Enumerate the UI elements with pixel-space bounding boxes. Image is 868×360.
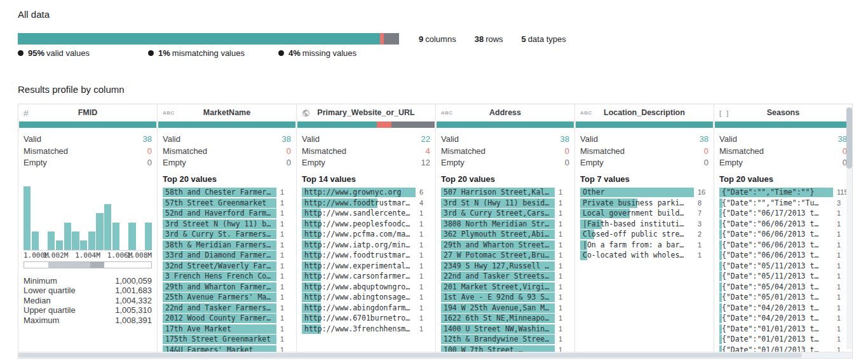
- missing-segment[interactable]: [384, 33, 399, 45]
- valid-segment[interactable]: [18, 33, 380, 45]
- value-row[interactable]: 3rd & Curry Street,Cars…1: [441, 209, 574, 219]
- column-header-Location_Description[interactable]: ABCLocation_Description: [575, 104, 714, 121]
- valid-segment[interactable]: [158, 121, 295, 128]
- range-slider-segment[interactable]: [48, 262, 90, 268]
- value-row[interactable]: http://www.abingtonsage…1: [302, 293, 435, 303]
- value-row[interactable]: {"Date":"06/06/2013 t…1: [719, 230, 852, 240]
- value-row[interactable]: {"Date":"01/01/2013 t…1: [719, 335, 852, 345]
- histogram-bar[interactable]: [88, 232, 95, 250]
- column-quality-bar[interactable]: [297, 121, 435, 128]
- stat-empty[interactable]: Empty0: [441, 157, 569, 169]
- value-row[interactable]: 1622 6th St NE,Minneapo…1: [441, 314, 574, 324]
- vertical-scrollbar[interactable]: [846, 107, 852, 349]
- stat-valid[interactable]: Valid38: [580, 134, 709, 146]
- value-row[interactable]: 362 Plymouth Street,Abi…1: [441, 230, 574, 240]
- value-row[interactable]: http://www.3frenchhensm…1: [302, 324, 435, 335]
- valid-segment[interactable]: [576, 121, 713, 128]
- value-row[interactable]: http://www.iatp.org/min…1: [302, 240, 435, 251]
- value-row[interactable]: {"Date":"05/04/2013 t…1: [719, 282, 852, 293]
- value-row[interactable]: {"Date":"05/11/2013 t…1: [719, 272, 852, 282]
- value-row[interactable]: 22nd and Tasker Farmers…1: [163, 303, 296, 314]
- value-row[interactable]: {"Date":"01/01/2013 t…1: [719, 345, 852, 352]
- stat-valid[interactable]: Valid38: [441, 134, 569, 146]
- histogram-bar[interactable]: [64, 223, 71, 250]
- value-row[interactable]: http://www.experimental…1: [302, 261, 435, 272]
- histogram-range-slider[interactable]: [24, 261, 152, 268]
- value-row[interactable]: {"Date":"01/01/2013 t…1: [719, 324, 852, 335]
- stat-empty[interactable]: Empty0: [580, 157, 709, 169]
- value-row[interactable]: {"Date":"04/20/2013 t…1: [719, 314, 852, 324]
- value-row[interactable]: 3rd St N (Hwy 11) besid…1: [441, 198, 574, 209]
- value-row[interactable]: 2349 S Hwy 127,Russell …1: [441, 261, 574, 272]
- stat-mismatched[interactable]: Mismatched4: [302, 146, 430, 158]
- value-row[interactable]: {"Date":"05/01/2013 t…1: [719, 293, 852, 303]
- value-row[interactable]: {"Date":"","Time":""}115: [719, 188, 852, 198]
- column-header-Address[interactable]: ABCAddress: [436, 104, 574, 121]
- horizontal-scrollbar[interactable]: [18, 352, 852, 358]
- stat-mismatched[interactable]: Mismatched0: [24, 146, 152, 158]
- stat-mismatched[interactable]: Mismatched0: [580, 146, 709, 158]
- histogram-bar[interactable]: [128, 223, 135, 250]
- histogram-bar[interactable]: [80, 240, 87, 249]
- value-row[interactable]: http://www.sandlercente…1: [302, 209, 435, 219]
- column-quality-bar[interactable]: [715, 121, 851, 128]
- mismatch-segment[interactable]: [377, 121, 391, 128]
- range-slider-segment[interactable]: [90, 262, 104, 268]
- valid-segment[interactable]: [437, 121, 574, 128]
- value-row[interactable]: 25th Avenue Farmers' Ma…1: [163, 293, 296, 303]
- value-row[interactable]: 22nd and Tasker Streets…1: [441, 272, 574, 282]
- value-row[interactable]: 3 French Hens French Co…1: [163, 272, 296, 282]
- value-row[interactable]: http://www.foodtrustmar…1: [302, 251, 435, 261]
- value-row[interactable]: http://www.abquptowngro…1: [302, 282, 435, 293]
- value-row[interactable]: 3rd & Curry St. Farmers…1: [163, 230, 296, 240]
- histogram-bar[interactable]: [48, 232, 55, 250]
- value-row[interactable]: 201 Market Street,Virgi…1: [441, 282, 574, 293]
- stat-empty[interactable]: Empty0: [719, 157, 847, 169]
- stat-empty[interactable]: Empty12: [302, 157, 430, 169]
- valid-segment[interactable]: [715, 121, 851, 128]
- value-row[interactable]: 194 W 25th Avenue,San M…1: [441, 303, 574, 314]
- value-row[interactable]: 507 Harrison Street,Kal…1: [441, 188, 574, 198]
- value-row[interactable]: 3rd Street N (hwy 11) b…1: [163, 219, 296, 230]
- stat-empty[interactable]: Empty0: [163, 157, 291, 169]
- histogram-bar[interactable]: [96, 213, 103, 249]
- value-row[interactable]: Local government build…7: [580, 209, 714, 219]
- stat-valid[interactable]: Valid38: [719, 134, 847, 146]
- value-row[interactable]: http://www.carsonfarmer…1: [302, 272, 435, 282]
- column-quality-bar[interactable]: [437, 121, 574, 128]
- value-row[interactable]: 14&U Farmers' Market1: [163, 345, 296, 352]
- value-row[interactable]: {"Date":"06/17/2013 t…1: [719, 209, 852, 219]
- value-row[interactable]: 12th & Brandywine Stree…1: [441, 335, 574, 345]
- all-data-quality-bar[interactable]: [18, 33, 399, 45]
- histogram-bar[interactable]: [145, 223, 152, 250]
- value-row[interactable]: 52nd and Haverford Farm…1: [163, 209, 296, 219]
- value-row[interactable]: Other16: [580, 188, 714, 198]
- value-row[interactable]: 33rd and Diamond Farmer…1: [163, 251, 296, 261]
- stat-valid[interactable]: Valid22: [302, 134, 430, 146]
- value-row[interactable]: 32nd Street/Waverly Far…1: [163, 261, 296, 272]
- column-quality-bar[interactable]: [158, 121, 295, 128]
- stat-empty[interactable]: Empty0: [24, 157, 152, 169]
- histogram-bar[interactable]: [56, 240, 63, 249]
- column-header-Primary_Website_or_URL[interactable]: Primary_Website_or_URL: [297, 104, 435, 121]
- value-row[interactable]: 57th Street Greenmarket1: [163, 198, 296, 209]
- value-row[interactable]: 29th and Wharton Farmer…1: [163, 282, 296, 293]
- value-row[interactable]: 1400 U Street NW,Washin…1: [441, 324, 574, 335]
- column-header-MarketName[interactable]: ABCMarketName: [158, 104, 296, 121]
- value-row[interactable]: 175th Street Greenmarket1: [163, 335, 296, 345]
- value-row[interactable]: 100 W 7th Street,…1: [441, 345, 574, 352]
- column-quality-bar[interactable]: [19, 121, 156, 128]
- column-quality-bar[interactable]: [576, 121, 713, 128]
- value-row[interactable]: http://www.abingdonfarm…1: [302, 303, 435, 314]
- value-row[interactable]: |On a farm from: a bar…1: [580, 240, 714, 251]
- stat-valid[interactable]: Valid38: [163, 134, 291, 146]
- histogram-bar[interactable]: [104, 204, 111, 249]
- value-row[interactable]: http://www.grownyc.org6: [302, 188, 435, 198]
- value-row[interactable]: {"Date":"","Time":"Tu…3: [719, 198, 852, 209]
- value-row[interactable]: http://www.6701burnetro…1: [302, 314, 435, 324]
- valid-segment[interactable]: [19, 121, 156, 128]
- histogram-bar[interactable]: [112, 223, 119, 250]
- value-row[interactable]: {"Date":"04/20/2013 t…1: [719, 303, 852, 314]
- value-row[interactable]: http://www.foodtrustmar…4: [302, 198, 435, 209]
- value-row[interactable]: 17th Ave Market1: [163, 324, 296, 335]
